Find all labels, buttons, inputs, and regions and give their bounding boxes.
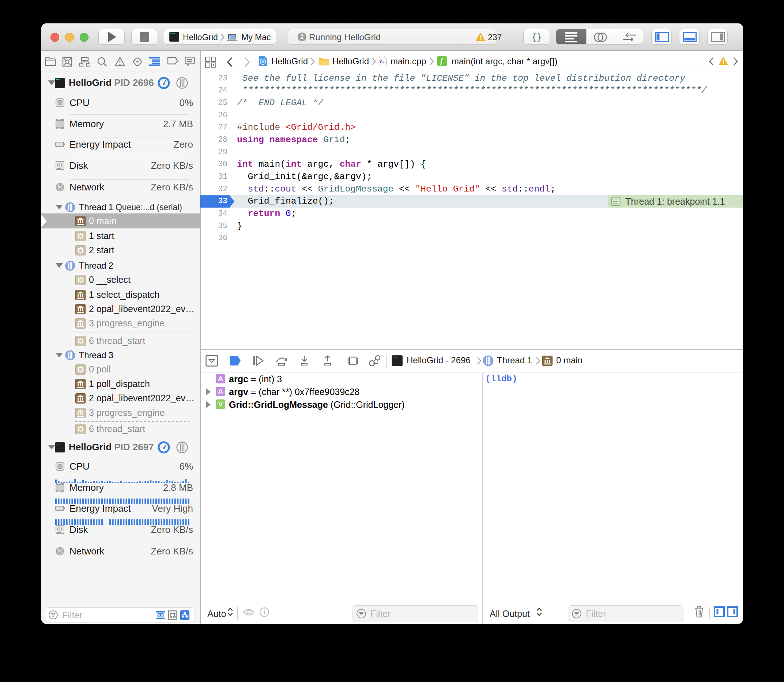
svg-text:C++: C++	[380, 60, 387, 64]
